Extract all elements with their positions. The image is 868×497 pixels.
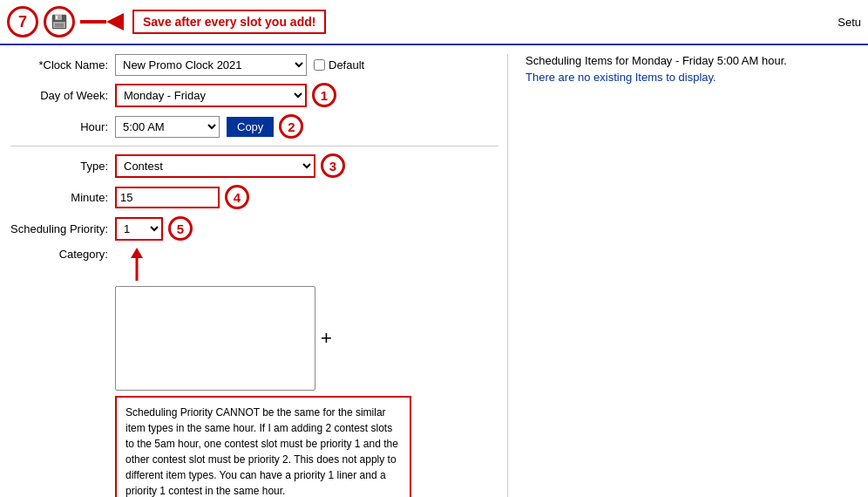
svg-rect-4 (55, 24, 64, 27)
step-3-circle: 3 (321, 153, 345, 178)
hour-row: Hour: 5:00 AM 6:00 AM 7:00 AM 8:00 AM 9:… (10, 114, 498, 139)
save-notice: Save after every slot you add! (132, 10, 326, 34)
minute-row: Minute: 4 (10, 185, 498, 209)
save-button[interactable] (44, 6, 75, 37)
warning-box: Scheduling Priority CANNOT be the same f… (115, 396, 411, 497)
step-1-circle: 1 (312, 83, 336, 107)
up-arrow-annotation (124, 248, 150, 283)
step-5-circle: 5 (168, 216, 193, 241)
day-of-week-row: Day of Week: Monday - Friday Monday Tues… (10, 83, 498, 107)
copy-button[interactable]: Copy (227, 117, 274, 137)
clock-name-row: *Clock Name: New Promo Clock 2021 Defaul… (10, 54, 498, 76)
add-category-button[interactable]: + (321, 329, 332, 348)
right-panel: Scheduling Items for Monday - Friday 5:0… (507, 54, 858, 497)
svg-marker-6 (131, 248, 143, 258)
hour-label: Hour: (10, 120, 115, 133)
step-7-circle: 7 (7, 6, 38, 37)
clock-name-label: *Clock Name: (10, 58, 115, 71)
scheduling-info: Scheduling Items for Monday - Friday 5:0… (526, 54, 858, 67)
separator (10, 146, 498, 146)
category-row: Category: + (10, 248, 498, 497)
minute-label: Minute: (10, 191, 115, 204)
left-panel: *Clock Name: New Promo Clock 2021 Defaul… (10, 54, 498, 497)
setu-label: Setu (837, 16, 861, 29)
type-row: Type: Contest Liner Spot PSA 3 (10, 153, 498, 178)
type-label: Type: (10, 160, 115, 173)
scheduling-priority-label: Scheduling Priority: (10, 222, 115, 235)
scheduling-priority-row: Scheduling Priority: 1 2 3 4 5 5 (10, 216, 498, 241)
day-of-week-select[interactable]: Monday - Friday Monday Tuesday Wednesday… (115, 84, 307, 107)
priority-select[interactable]: 1 2 3 4 5 (115, 217, 163, 241)
clock-name-select[interactable]: New Promo Clock 2021 (115, 54, 307, 76)
day-of-week-label: Day of Week: (10, 89, 115, 102)
hour-select[interactable]: 5:00 AM 6:00 AM 7:00 AM 8:00 AM 9:00 AM … (115, 116, 220, 138)
default-checkbox[interactable] (314, 59, 325, 71)
no-items-text: There are no existing Items to display. (526, 71, 858, 84)
arrow-annotation (80, 13, 124, 31)
default-label: Default (329, 58, 364, 71)
main-content: *Clock Name: New Promo Clock 2021 Defaul… (0, 45, 868, 497)
minute-input[interactable] (115, 187, 220, 208)
type-select[interactable]: Contest Liner Spot PSA (115, 154, 315, 178)
svg-rect-2 (56, 16, 58, 19)
category-select[interactable] (115, 286, 315, 391)
save-icon (51, 13, 68, 31)
toolbar: 7 Save after every slot you add! Setu (0, 0, 868, 45)
step-2-circle: 2 (279, 114, 303, 139)
step-4-circle: 4 (225, 185, 249, 209)
category-label: Category: (10, 248, 115, 261)
